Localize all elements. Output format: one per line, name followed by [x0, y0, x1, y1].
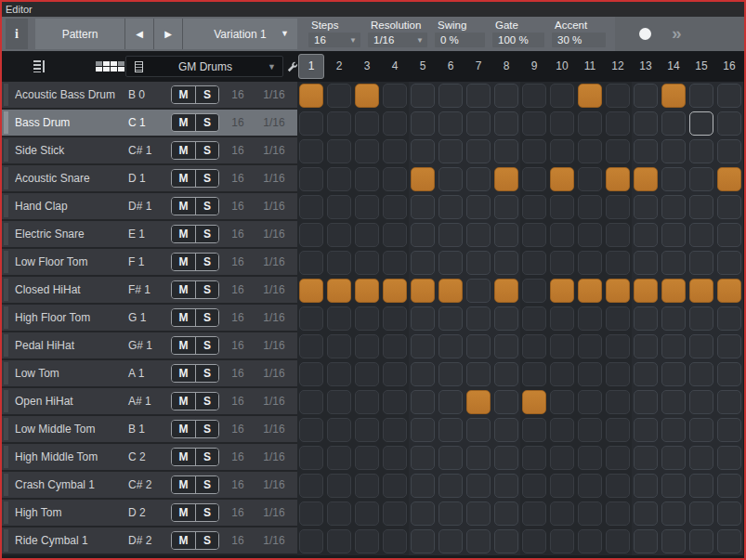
step-cell[interactable]	[715, 472, 743, 500]
solo-button[interactable]: S	[195, 226, 218, 242]
step-cell[interactable]	[548, 165, 576, 193]
expand-icon[interactable]: »	[672, 24, 682, 45]
step-cell[interactable]	[660, 416, 687, 444]
step-cell[interactable]	[437, 416, 465, 444]
step-cell[interactable]	[660, 249, 687, 277]
step-cell[interactable]	[604, 416, 632, 444]
step-cell[interactable]	[325, 249, 353, 277]
step-cell[interactable]	[604, 527, 632, 555]
step-cell[interactable]	[465, 249, 492, 277]
step-cell[interactable]	[548, 249, 576, 277]
step-cell[interactable]	[325, 165, 353, 193]
step-cell[interactable]	[437, 305, 465, 332]
row-drag-handle[interactable]	[4, 306, 8, 329]
mute-button[interactable]: M	[172, 254, 195, 270]
step-cell[interactable]	[437, 82, 465, 110]
row-drag-handle[interactable]	[4, 334, 8, 357]
step-cell[interactable]	[465, 305, 492, 332]
step-cell[interactable]	[437, 444, 465, 472]
row-drag-handle[interactable]	[4, 362, 8, 384]
step-cell[interactable]	[325, 305, 353, 332]
track-row[interactable]: High Floor TomG 1MS161/16	[2, 305, 297, 332]
step-cell[interactable]	[353, 221, 381, 249]
step-cell[interactable]	[604, 221, 632, 249]
step-cell[interactable]	[409, 137, 437, 165]
step-cell[interactable]	[492, 277, 520, 305]
step-cell[interactable]	[465, 221, 492, 249]
step-cell[interactable]	[409, 305, 437, 332]
step-cell[interactable]	[715, 82, 743, 110]
step-cell[interactable]	[632, 527, 660, 555]
step-cell[interactable]	[492, 388, 520, 416]
step-cell[interactable]	[604, 249, 632, 277]
mute-button[interactable]: M	[172, 393, 195, 410]
step-cell[interactable]	[604, 82, 632, 110]
step-cell[interactable]	[353, 110, 381, 137]
step-cell[interactable]	[660, 193, 687, 221]
step-cell[interactable]	[632, 332, 660, 360]
solo-button[interactable]: S	[195, 337, 218, 354]
mute-button[interactable]: M	[172, 421, 195, 437]
step-cell[interactable]	[353, 360, 381, 388]
step-cell[interactable]	[520, 360, 548, 388]
step-cell[interactable]	[576, 193, 604, 221]
step-cell[interactable]	[437, 165, 465, 193]
step-cell[interactable]	[465, 416, 492, 444]
step-cell[interactable]	[465, 360, 492, 388]
step-cell[interactable]	[660, 277, 687, 305]
track-row[interactable]: Hand ClapD# 1MS161/16	[2, 193, 297, 221]
step-cell[interactable]	[492, 332, 520, 360]
step-number[interactable]: 16	[715, 51, 743, 82]
step-cell[interactable]	[660, 221, 687, 249]
step-cell[interactable]	[492, 444, 520, 472]
step-cell[interactable]	[687, 221, 715, 249]
step-cell[interactable]	[325, 193, 353, 221]
step-cell[interactable]	[576, 249, 604, 277]
step-cell[interactable]	[353, 527, 381, 555]
step-cell[interactable]	[604, 500, 632, 527]
track-row[interactable]: Open HiHatA# 1MS161/16	[2, 388, 297, 416]
step-cell[interactable]	[520, 221, 548, 249]
step-cell[interactable]	[437, 472, 465, 500]
step-cell[interactable]	[437, 193, 465, 221]
mute-button[interactable]: M	[172, 226, 195, 242]
step-cell[interactable]	[576, 82, 604, 110]
row-drag-handle[interactable]	[4, 501, 8, 524]
step-number[interactable]: 4	[381, 51, 409, 82]
row-drag-handle[interactable]	[4, 529, 8, 552]
step-cell[interactable]	[381, 305, 409, 332]
step-cell[interactable]	[353, 500, 381, 527]
row-drag-handle[interactable]	[4, 418, 8, 440]
track-row[interactable]: Low Floor TomF 1MS161/16	[2, 249, 297, 277]
step-cell[interactable]	[437, 527, 465, 555]
track-row[interactable]: Bass DrumC 1MS161/16	[2, 110, 297, 137]
track-row[interactable]: Side StickC# 1MS161/16	[2, 137, 297, 165]
step-cell[interactable]	[297, 193, 325, 221]
step-cell[interactable]	[325, 110, 353, 137]
solo-button[interactable]: S	[195, 532, 218, 549]
step-cell[interactable]	[465, 82, 492, 110]
track-list-icon[interactable]	[33, 60, 46, 72]
step-cell[interactable]	[409, 388, 437, 416]
step-cell[interactable]	[325, 277, 353, 305]
step-cell[interactable]	[687, 82, 715, 110]
row-drag-handle[interactable]	[4, 139, 8, 162]
step-cell[interactable]	[437, 360, 465, 388]
mute-button[interactable]: M	[172, 281, 195, 298]
step-cell[interactable]	[715, 305, 743, 332]
step-cell[interactable]	[465, 332, 492, 360]
step-cell[interactable]	[437, 500, 465, 527]
gate-value[interactable]: 100 %	[492, 33, 544, 47]
row-drag-handle[interactable]	[4, 474, 8, 496]
mute-button[interactable]: M	[172, 504, 195, 521]
step-cell[interactable]	[687, 416, 715, 444]
step-cell[interactable]	[604, 193, 632, 221]
step-cell[interactable]	[715, 221, 743, 249]
mute-button[interactable]: M	[172, 142, 195, 159]
step-cell[interactable]	[604, 444, 632, 472]
step-cell[interactable]	[492, 82, 520, 110]
solo-button[interactable]: S	[195, 254, 218, 270]
step-cell[interactable]	[576, 305, 604, 332]
step-cell[interactable]	[715, 360, 743, 388]
step-cell[interactable]	[492, 165, 520, 193]
